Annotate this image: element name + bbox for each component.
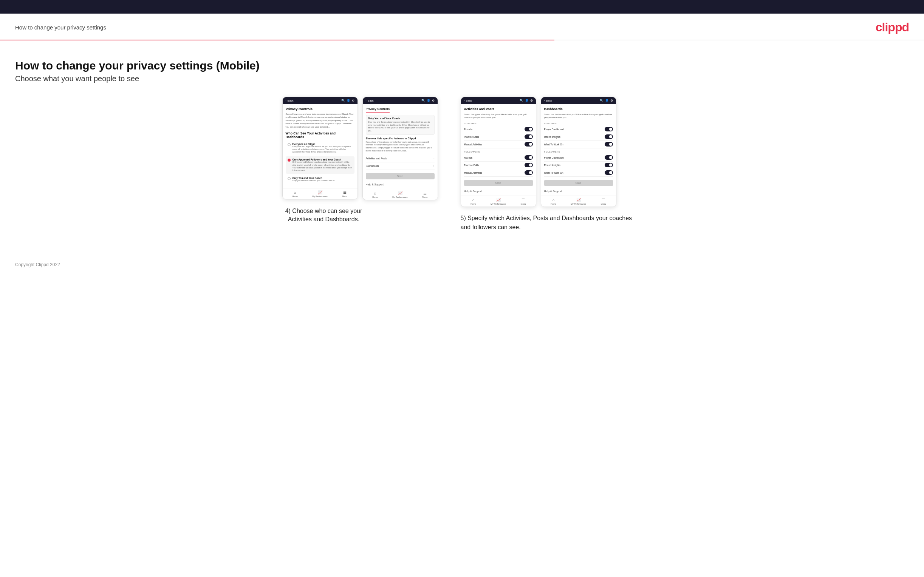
menu-dashboards-label: Dashboards	[366, 164, 379, 167]
screen1-bottom-nav: ⌂ Home 📈 My Performance ☰ Menu	[283, 188, 357, 199]
screen3-back[interactable]: ‹ Back	[464, 99, 472, 102]
coaches-header-4: COACHES	[544, 122, 613, 125]
option-everyone[interactable]: Everyone on Clippd Everyone on Clippd ca…	[286, 141, 354, 155]
toggle-coaches-drills-switch[interactable]	[525, 134, 533, 139]
home-icon-4: ⌂	[552, 198, 554, 202]
search-icon-3[interactable]: 🔍	[520, 99, 523, 102]
screen1-back[interactable]: ‹ Back	[286, 99, 294, 102]
label-coaches-rounds: Rounds	[464, 128, 472, 131]
copyright: Copyright Clippd 2022	[15, 262, 60, 268]
nav-home-label-4: Home	[551, 203, 556, 205]
coaches-header-3: COACHES	[464, 122, 533, 125]
label-followers-drills: Practice Drills	[464, 164, 479, 166]
person-icon-4[interactable]: 👤	[605, 99, 609, 102]
privacy-controls-title: Privacy Controls	[286, 107, 354, 111]
toggle-followers-workon-switch[interactable]	[605, 170, 613, 175]
nav-menu-label-1: Menu	[342, 195, 348, 198]
save-btn-2[interactable]: Save	[366, 173, 435, 179]
back-arrow-icon: ‹	[286, 99, 286, 102]
nav-performance-3[interactable]: 📈 My Performance	[486, 196, 511, 206]
screen4-bottom-nav: ⌂ Home 📈 My Performance ☰ Menu	[541, 196, 616, 206]
screen2-back-label: Back	[368, 99, 374, 102]
logo: clippd	[876, 20, 909, 34]
chevron-activities: ›	[433, 157, 435, 160]
nav-performance-1[interactable]: 📈 My Performance	[308, 189, 333, 199]
option-everyone-label: Everyone on Clippd	[292, 143, 352, 145]
toggle-coaches-player: Player Dashboard	[544, 126, 613, 133]
toggle-coaches-insights-switch[interactable]	[605, 134, 613, 139]
radio-approved[interactable]	[288, 159, 291, 162]
screen1-topbar-icons: 🔍 👤 ⚙	[341, 99, 354, 102]
screen4-back[interactable]: ‹ Back	[544, 99, 552, 102]
option-approved-text: Only Approved Followers and Your Coach O…	[292, 158, 352, 172]
screen2-content: Privacy Controls Only You and Your Coach…	[363, 104, 438, 189]
radio-everyone[interactable]	[288, 143, 291, 146]
settings-icon-3[interactable]: ⚙	[530, 99, 533, 102]
option-coach-only[interactable]: Only You and Your Coach Only you and the…	[286, 175, 354, 184]
nav-performance-label-2: My Performance	[392, 196, 407, 198]
toggle-followers-rounds-switch[interactable]	[525, 155, 533, 160]
help-support-4: Help & Support	[544, 188, 613, 193]
screen2-back[interactable]: ‹ Back	[366, 99, 374, 102]
settings-icon[interactable]: ⚙	[352, 99, 354, 102]
option-approved[interactable]: Only Approved Followers and Your Coach O…	[286, 156, 354, 174]
toggle-coaches-workon-switch[interactable]	[605, 142, 613, 147]
save-btn-4[interactable]: Save	[544, 180, 613, 186]
nav-performance-4[interactable]: 📈 My Performance	[566, 196, 591, 206]
toggle-followers-rounds: Rounds	[464, 154, 533, 162]
header: How to change your privacy settings clip…	[0, 14, 924, 40]
nav-home-4[interactable]: ⌂ Home	[541, 196, 566, 206]
performance-icon-3: 📈	[496, 198, 501, 202]
toggle-coaches-rounds: Rounds	[464, 126, 533, 133]
page-heading: How to change your privacy settings (Mob…	[15, 59, 909, 72]
toggle-followers-insights: Round Insights	[544, 162, 613, 169]
settings-icon-4[interactable]: ⚙	[610, 99, 613, 102]
toggle-followers-insights-switch[interactable]	[605, 163, 613, 167]
toggle-coaches-workon: What To Work On	[544, 141, 613, 148]
toggle-followers-player-switch[interactable]	[605, 155, 613, 160]
screen3-content: Activities and Posts Select the types of…	[461, 104, 536, 196]
person-icon-2[interactable]: 👤	[426, 99, 430, 102]
search-icon[interactable]: 🔍	[341, 99, 345, 102]
screen3-phone: ‹ Back 🔍 👤 ⚙ Activities and Posts Select…	[461, 97, 536, 207]
label-coaches-manual: Manual Activities	[464, 143, 482, 146]
nav-menu-4[interactable]: ☰ Menu	[591, 196, 616, 206]
toggle-followers-drills-switch[interactable]	[525, 163, 533, 167]
search-icon-4[interactable]: 🔍	[600, 99, 604, 102]
label-followers-manual: Manual Activities	[464, 171, 482, 174]
nav-menu-label-4: Menu	[601, 203, 606, 205]
menu-activities[interactable]: Activities and Posts ›	[366, 155, 435, 162]
followers-header-4: FOLLOWERS	[544, 151, 613, 153]
nav-menu-3[interactable]: ☰ Menu	[511, 196, 536, 206]
menu-icon-4: ☰	[602, 198, 605, 202]
person-icon[interactable]: 👤	[347, 99, 351, 102]
nav-menu-label-2: Menu	[423, 196, 428, 198]
search-icon-2[interactable]: 🔍	[422, 99, 425, 102]
toggle-coaches-manual-switch[interactable]	[525, 142, 533, 147]
save-btn-3[interactable]: Save	[464, 180, 533, 186]
phone-pair-left: ‹ Back 🔍 👤 ⚙ Privacy Controls Control ho…	[282, 97, 438, 200]
nav-menu-1[interactable]: ☰ Menu	[333, 189, 357, 199]
privacy-controls-desc: Control how you and your data appears to…	[286, 113, 354, 128]
radio-coach-only[interactable]	[288, 177, 291, 180]
back-arrow-2-icon: ‹	[366, 99, 367, 102]
label-followers-player: Player Dashboard	[544, 156, 564, 159]
screen1-back-label: Back	[288, 99, 294, 102]
menu-dashboards[interactable]: Dashboards ›	[366, 162, 435, 170]
label-coaches-insights: Round Insights	[544, 135, 561, 138]
toggle-followers-manual-switch[interactable]	[525, 170, 533, 175]
label-coaches-workon: What To Work On	[544, 143, 564, 146]
nav-performance-2[interactable]: 📈 My Performance	[388, 189, 413, 200]
nav-menu-2[interactable]: ☰ Menu	[413, 189, 438, 200]
home-icon-3: ⌂	[472, 198, 474, 202]
nav-home-3[interactable]: ⌂ Home	[461, 196, 486, 206]
person-icon-3[interactable]: 👤	[525, 99, 529, 102]
toggle-coaches-manual: Manual Activities	[464, 141, 533, 148]
toggle-followers-drills: Practice Drills	[464, 162, 533, 169]
nav-home-1[interactable]: ⌂ Home	[283, 189, 308, 199]
toggle-coaches-rounds-switch[interactable]	[525, 127, 533, 131]
nav-menu-label-3: Menu	[521, 203, 526, 205]
settings-icon-2[interactable]: ⚙	[432, 99, 435, 102]
toggle-coaches-player-switch[interactable]	[605, 127, 613, 131]
nav-home-2[interactable]: ⌂ Home	[363, 189, 388, 200]
